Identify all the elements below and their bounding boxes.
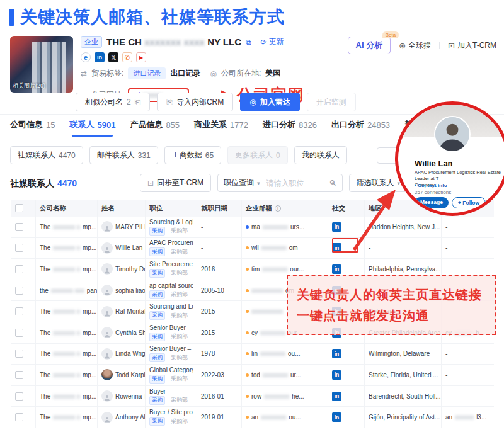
email-cell: wilxxxxxxxxom [242, 238, 328, 259]
join-tcrm-button[interactable]: ⊡加入T-CRM [448, 40, 496, 51]
contact-avatar [101, 348, 113, 360]
subtab-更多联系人[interactable]: 更多联系人0 [227, 146, 288, 164]
row-checkbox[interactable] [15, 223, 23, 231]
row-checkbox[interactable] [15, 265, 23, 273]
contact-name[interactable]: MARY PILE... [115, 224, 146, 230]
extra-prefix: - [445, 266, 447, 273]
column-header-公司名称: 公司名称 [36, 200, 98, 217]
linkedin-profile-link[interactable]: in [332, 392, 341, 401]
x-twitter-icon[interactable]: 𝕏 [108, 52, 118, 62]
position-search-input[interactable] [266, 179, 324, 188]
sync-tcrm-button[interactable]: ⊡同步至T-CRM [140, 174, 211, 192]
divider [439, 42, 440, 49]
contact-name-cell: Timothy Dup... [98, 259, 146, 280]
row-checkbox[interactable] [15, 329, 23, 337]
copy-icon[interactable]: ⧉ [246, 38, 251, 47]
tab-商业关系[interactable]: 商业关系1772 [194, 119, 248, 137]
phone-icon[interactable]: ✆ [122, 52, 132, 62]
linkedin-profile-popup: Willie Lan APAC Procurement Logistics Re… [395, 101, 504, 216]
row-checkbox[interactable] [15, 307, 23, 315]
email-status-dot [246, 289, 249, 292]
subtab-邮件联系人[interactable]: 邮件联系人331 [89, 146, 158, 164]
contact-name-cell: Cynthia Shie... [98, 322, 146, 343]
contact-name[interactable]: Linda Wrigh... [115, 350, 146, 357]
global-search-button[interactable]: ⊛全球搜 [399, 40, 431, 51]
subtab-工商数据[interactable]: 工商数据65 [164, 146, 221, 164]
department-tag: 采购部 [171, 418, 188, 426]
import-crm-button[interactable]: ⎘导入内部CRM [157, 93, 233, 111]
subtab-我的联系人[interactable]: 我的联系人 [294, 146, 347, 164]
contact-name[interactable]: Willie Lan [115, 244, 142, 251]
email-suffix: ur... [290, 372, 301, 378]
linkedin-icon[interactable]: in [94, 52, 105, 62]
linkedin-profile-link[interactable]: in [332, 349, 341, 358]
tab-label: 商业关系 [194, 119, 227, 130]
contact-name[interactable]: Cynthia Shie... [115, 329, 146, 336]
subtab-count: 65 [205, 151, 214, 160]
website-icon[interactable]: e [81, 52, 91, 62]
subtab-社媒联系人[interactable]: 社媒联系人4470 [10, 146, 83, 164]
start-date-cell: 1978 [197, 344, 242, 365]
youtube-icon[interactable]: ▶ [136, 52, 146, 62]
contact-avatar [101, 369, 113, 380]
company-name-cell: Thexxxxxxx xmp... [36, 259, 98, 280]
extra-prefix: - [445, 393, 447, 400]
table-row: Thexxxxxxx xmp...Anthony Alo...Buyer / S… [11, 407, 494, 428]
personal-email-cell: - [442, 365, 494, 385]
search-icon[interactable]: 🔍︎ [324, 179, 342, 188]
refresh-button[interactable]: ⟳更新 [261, 37, 284, 47]
position-title: Buyer [149, 388, 166, 395]
company-thumbnail[interactable]: 相关图片(20) [10, 36, 73, 93]
export-record-tag[interactable]: 出口记录 [170, 68, 200, 79]
email-suffix: urs... [290, 224, 304, 230]
ai-analysis-button[interactable]: AI 分析Beta [348, 37, 391, 54]
contact-name[interactable]: Timothy Dup... [115, 266, 146, 273]
linkedin-contact-info-link[interactable]: · Contact info [415, 183, 447, 188]
company-suffix: mp... [83, 414, 96, 421]
select-all-checkbox[interactable] [15, 204, 23, 212]
monitor-button[interactable]: 开启监测 [307, 93, 356, 111]
red-arrow-linkedin [348, 185, 401, 255]
tab-公司信息[interactable]: 公司信息15 [10, 119, 55, 137]
contact-name[interactable]: Rowenna Ti... [115, 393, 146, 400]
contact-name[interactable]: Todd Karpin... [115, 372, 146, 378]
linkedin-profile-link[interactable]: in [332, 370, 341, 380]
tab-产品信息[interactable]: 产品信息855 [130, 119, 180, 137]
linkedin-profile-link[interactable]: in [332, 264, 341, 274]
tab-进口分析[interactable]: 进口分析8326 [263, 119, 317, 137]
email-cell: todxxxxxxxxur... [242, 365, 328, 385]
similar-company-button[interactable]: 相似公司名2⎗ [76, 93, 150, 111]
contact-name[interactable]: Anthony Alo... [115, 414, 146, 421]
company-redacted: xxxxxxx x [53, 350, 80, 357]
company-suffix: mp... [83, 266, 96, 273]
email-redacted: xxxxxxxx [263, 224, 288, 230]
row-checkbox[interactable] [15, 287, 23, 295]
tab-联系人[interactable]: 联系人5901 [69, 119, 115, 137]
row-checkbox-cell [11, 301, 36, 322]
position-tags: 采购采购部 [149, 227, 188, 236]
column-header-label: 社交 [332, 204, 345, 213]
row-checkbox[interactable] [15, 413, 23, 421]
company-redacted: xxxxxxx x [53, 224, 80, 230]
row-checkbox[interactable] [15, 350, 23, 358]
contact-name[interactable]: Raf Montalvo [115, 308, 146, 315]
contact-name[interactable]: sophia liao [115, 287, 146, 294]
email-prefix: tim [251, 266, 260, 273]
row-checkbox[interactable] [15, 244, 23, 252]
position-query-dropdown[interactable]: 职位查询▾ [218, 178, 266, 188]
add-radar-button[interactable]: ◎加入雷达 [240, 93, 299, 111]
contact-count: 4470 [57, 178, 77, 188]
row-checkbox-cell [11, 259, 36, 280]
department-tag: 采购部 [171, 227, 188, 235]
position-cell: Global Category ...采购采购部 [146, 365, 197, 385]
row-checkbox[interactable] [15, 371, 23, 379]
tab-出口分析[interactable]: 出口分析24853 [331, 119, 390, 137]
row-checkbox[interactable] [15, 392, 23, 401]
linkedin-profile-link[interactable]: in [332, 412, 341, 422]
linkedin-follow-button[interactable]: + Follow [452, 197, 486, 208]
trade-tag-icon: ⇄ [81, 69, 87, 78]
linkedin-profile-link[interactable]: in [332, 222, 341, 232]
start-date-cell: 2016-01 [197, 386, 242, 407]
import-record-tag[interactable]: 进口记录 [128, 67, 166, 79]
company-name: THE CH xxxxxxx xxxx NY LLC [106, 37, 241, 47]
